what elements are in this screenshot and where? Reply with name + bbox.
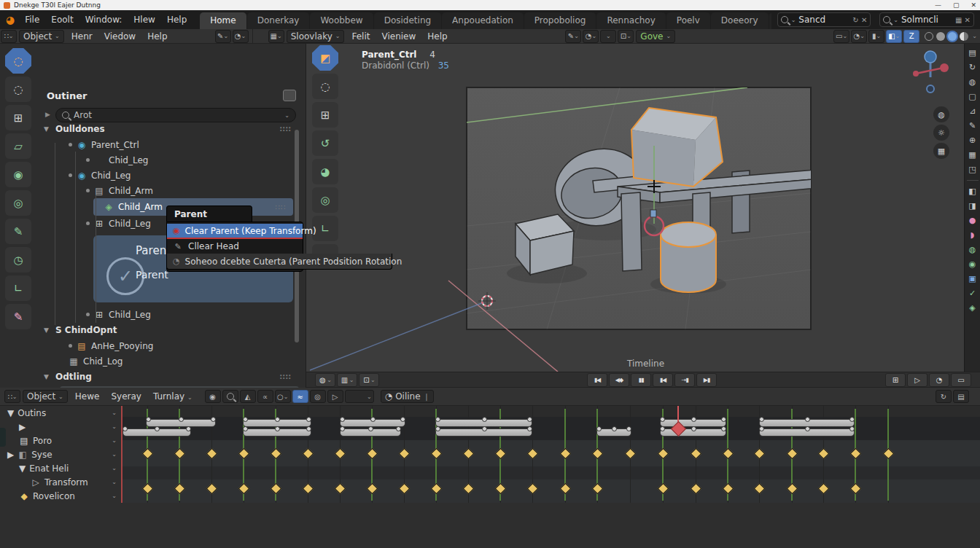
workspace-tab-wnedb-hlgp[interactable]: Wnedb Hlgp bbox=[769, 12, 771, 29]
snap-toggle[interactable]: Z bbox=[903, 30, 919, 43]
context-menu-item-clear-parent-keep[interactable]: ◉Clear Parent (Keep Transform) bbox=[167, 224, 303, 239]
physics-tab-icon[interactable]: ◳ bbox=[966, 163, 979, 176]
workspace-tab-donerkay[interactable]: Donerkay bbox=[247, 12, 310, 29]
pin-icon[interactable]: ◉ bbox=[205, 390, 221, 403]
material-tab-icon[interactable]: ● bbox=[966, 214, 979, 227]
outliner-item-chid_log[interactable]: ▦Chid_Log bbox=[44, 353, 299, 369]
scene-selector[interactable]: ⌄ Sancd ↻ ✕ bbox=[777, 12, 871, 27]
jump-to-end-button[interactable]: ▶▮ bbox=[696, 373, 717, 387]
clipboard-dropdown[interactable]: ⊡⌄ bbox=[618, 30, 634, 43]
small-cube-object[interactable] bbox=[516, 214, 574, 275]
outliner-item-anhe_pooying[interactable]: ▤AnHe_Pooying bbox=[44, 338, 299, 353]
menu-window[interactable]: Window: bbox=[79, 13, 128, 26]
output-tab-icon[interactable]: ↻ bbox=[966, 61, 979, 74]
viewport-mode-dropdown[interactable]: Sloovlaky⌄ bbox=[287, 30, 345, 43]
workspace-tab-home[interactable]: Home bbox=[200, 12, 246, 29]
outliner-item-parent_ctrl[interactable]: ◉Parent_Ctrl bbox=[44, 137, 299, 152]
workspace-tab-dosideting[interactable]: Dosideting bbox=[374, 12, 441, 29]
channel-syse[interactable]: ▶◧Syse⌄ bbox=[0, 447, 121, 461]
outliner-section-oulldones[interactable]: ▼Oulldones∷∷ bbox=[44, 121, 299, 137]
minimize-button[interactable]: — bbox=[935, 1, 941, 9]
globe-dropdown[interactable]: ◔⌄ bbox=[583, 30, 599, 43]
dope-menu-turnlay[interactable]: Turnlay ⌄ bbox=[147, 390, 198, 403]
modifier-tab-icon[interactable]: ⊕ bbox=[966, 134, 979, 146]
world-tab-icon[interactable]: ⊿ bbox=[966, 105, 979, 117]
gizmo-dropdown[interactable]: ◔⌄ bbox=[851, 30, 867, 43]
maximize-button[interactable]: ▢ bbox=[953, 1, 960, 9]
outliner-section-s-chindopnt[interactable]: ▼S ChindOpnt bbox=[44, 322, 299, 338]
menu-hlew[interactable]: Hlew bbox=[128, 13, 161, 26]
clipboard-dropdown[interactable]: ⊡ ⌄ bbox=[359, 373, 379, 387]
outliner-item-chid_leg[interactable]: Chid_Leg bbox=[44, 152, 299, 168]
wireframe-shading-button[interactable] bbox=[925, 32, 933, 41]
select-box-tool[interactable]: ◩ bbox=[312, 45, 338, 71]
next-keyframe-button[interactable]: →▮ bbox=[674, 373, 695, 387]
outliner-item-chid_leg[interactable]: ◉Chid_Leg bbox=[44, 168, 299, 183]
duplicate-icon[interactable]: ⊞ bbox=[885, 373, 906, 387]
workspace-tab-poelv[interactable]: Poelv bbox=[666, 12, 710, 29]
xray-toggle[interactable]: ◧⌄ bbox=[886, 30, 902, 43]
outliner-filter-icon[interactable] bbox=[283, 90, 296, 101]
outliner-item-child_arm[interactable]: ▤Child_Arm bbox=[44, 183, 299, 198]
workspace-tab-rennachoy[interactable]: Rennachoy bbox=[596, 12, 665, 29]
dope-menu-syeray[interactable]: Syeray bbox=[105, 390, 147, 403]
outliner-collapse-arrow[interactable]: ▶ bbox=[45, 111, 50, 118]
menu-file[interactable]: File bbox=[19, 13, 45, 26]
annotate-pen-tool[interactable]: ✎ bbox=[5, 219, 31, 244]
data-tab-icon[interactable]: ◨ bbox=[966, 200, 979, 212]
scene-tab-icon[interactable]: ▢ bbox=[966, 90, 979, 103]
overlay-toggle-dropdown[interactable]: ▮⌄ bbox=[868, 30, 884, 43]
outliner-item-child_leg[interactable]: ⊞Child_Leg bbox=[44, 307, 299, 322]
move-tool[interactable]: ⊞ bbox=[5, 105, 31, 130]
oiline-filter-pill[interactable]: ◔ Oiline ❘ bbox=[381, 390, 434, 403]
dope-mode-dropdown[interactable]: Object⌄ bbox=[23, 390, 68, 403]
tweak-tool[interactable]: ◌ bbox=[5, 48, 31, 74]
channel-enat-heli[interactable]: ▼Enat Heli⌄ bbox=[0, 461, 121, 475]
brush-dropdown[interactable]: ✎⌄ bbox=[215, 30, 231, 43]
camera-view-icon[interactable]: ◍ bbox=[933, 106, 949, 122]
screen-icon[interactable]: ▭ bbox=[951, 373, 971, 387]
context-menu-item-cllear-head[interactable]: ✎Cllear Head bbox=[167, 239, 303, 254]
search-icon[interactable] bbox=[222, 390, 238, 403]
viewport-menu-help[interactable]: Help bbox=[421, 30, 453, 43]
outliner-section-odtling[interactable]: ▼Odtling∷∷ bbox=[44, 369, 299, 385]
screen-tab-icon[interactable]: ▣ bbox=[966, 273, 979, 285]
gove-pill-dropdown[interactable]: Gove⌄ bbox=[636, 30, 675, 43]
brush-tool[interactable]: ✎ bbox=[5, 304, 31, 329]
snap-dropdown[interactable]: ◔⌄ bbox=[233, 30, 249, 43]
material-shading-button[interactable] bbox=[948, 32, 957, 41]
editor-type-dropdown[interactable]: ∷ ⌄ bbox=[1, 30, 17, 43]
normalize-icon[interactable]: ≈ bbox=[292, 390, 308, 403]
paint-dropdown[interactable]: ✎⌄ bbox=[565, 30, 581, 43]
render-tab-icon[interactable]: ▤ bbox=[966, 47, 979, 59]
channel-outins[interactable]: ▼Outins⌄ bbox=[0, 406, 121, 420]
display-dropdown[interactable]: ▭⌄ bbox=[833, 30, 849, 43]
viewport-menu-vieniew[interactable]: Vieniew bbox=[376, 30, 421, 43]
box-select-tool[interactable]: ▱ bbox=[5, 133, 31, 159]
workspace-tab-doeeory[interactable]: Doeeory bbox=[711, 12, 769, 29]
workspace-tab-woobbew[interactable]: Woobbew bbox=[310, 12, 373, 29]
column-layout-dropdown[interactable]: ▥ ⌄ bbox=[337, 373, 357, 387]
ghost-icon[interactable]: ▷ bbox=[327, 390, 343, 403]
cylinder-object[interactable] bbox=[661, 222, 716, 292]
prev-keyframe-button[interactable]: ◀◆ bbox=[609, 373, 629, 387]
outliner-menu-henr[interactable]: Henr bbox=[66, 30, 98, 43]
play-reverse-button[interactable]: ▮◀ bbox=[653, 373, 673, 387]
solid-shading-button[interactable] bbox=[936, 32, 945, 41]
rotate-tool[interactable]: ↺ bbox=[312, 130, 338, 156]
blender-logo-icon[interactable]: ◕ bbox=[6, 14, 15, 26]
channel-poro[interactable]: ▤Poro⌄ bbox=[0, 434, 121, 447]
channel-transform[interactable]: ▷Transform⌄ bbox=[0, 475, 121, 489]
viewlayer-tab-icon[interactable]: ◍ bbox=[966, 76, 979, 88]
time-tool[interactable]: ◷ bbox=[5, 247, 31, 273]
bone-pin[interactable] bbox=[650, 210, 656, 217]
cursor-tool[interactable]: ◌ bbox=[312, 74, 338, 99]
texture-tab-icon[interactable]: ◗ bbox=[966, 229, 979, 241]
outliner-menu-help[interactable]: Help bbox=[141, 30, 173, 43]
pause-button[interactable]: ▮▮ bbox=[631, 373, 651, 387]
move-tool[interactable]: ⊞ bbox=[312, 102, 338, 128]
dope-menu-hewe[interactable]: Hewe bbox=[69, 390, 106, 403]
viewport-editor-type-dropdown[interactable]: ▦ ⌄ bbox=[268, 30, 284, 43]
time-icon[interactable]: ◔ bbox=[929, 373, 949, 387]
world2-tab-icon[interactable]: ◉ bbox=[966, 258, 979, 270]
